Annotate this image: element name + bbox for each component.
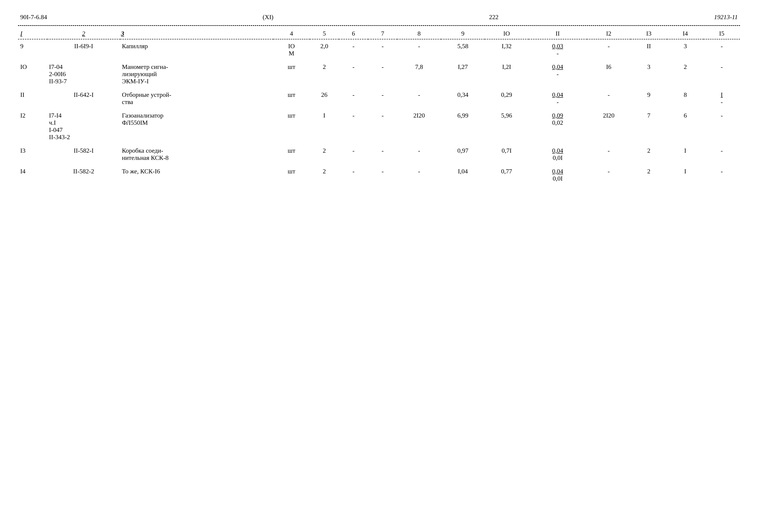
row-11-col8: - (397, 88, 441, 109)
row-13-col14: I (667, 144, 704, 164)
row-14-col14: I (667, 164, 704, 185)
row-13-col13: 2 (631, 144, 667, 164)
row-13-col3: Коробка соеди- нительная КСК-8 (120, 144, 273, 164)
row-12-col1: I2 (18, 109, 47, 144)
row-10-col13: 3 (631, 60, 667, 88)
row-13-col9: 0,97 (441, 144, 485, 164)
row-13-col10: 0,7I (485, 144, 528, 164)
row-11-col15: I - (704, 88, 740, 109)
col-header-15: I5 (704, 28, 740, 39)
row-9-col10: I,32 (485, 39, 528, 60)
row-14-col3: То же, КСК-I6 (120, 164, 273, 185)
row-9-col5: 2,0 (310, 39, 339, 60)
col-header-14: I4 (667, 28, 704, 39)
row-9-col15: - (704, 39, 740, 60)
col-header-8: 8 (397, 28, 441, 39)
top-divider (18, 25, 740, 26)
row-14-col2: II-582-2 (47, 164, 120, 185)
col-header-13: I3 (631, 28, 667, 39)
row-12-col12: 2I20 (587, 109, 631, 144)
row-10-col12: I6 (587, 60, 631, 88)
table-row: II II-642-I Отборные устрой- ства шт 26 … (18, 88, 740, 109)
col-header-4: 4 (273, 28, 310, 39)
row-12-col6: - (339, 109, 368, 144)
doc-code: 90I-7-6.84 (20, 14, 47, 21)
column-headers: I 2 3 4 5 6 7 8 9 IO II I2 I3 I4 I5 (18, 28, 740, 39)
row-9-col7: - (368, 39, 397, 60)
row-14-col6: - (339, 164, 368, 185)
row-11-col12: - (587, 88, 631, 109)
col-header-12: I2 (587, 28, 631, 39)
row-13-col1: I3 (18, 144, 47, 164)
row-12-col5: I (310, 109, 339, 144)
row-9-col6: - (339, 39, 368, 60)
row-10-col11: 0,04 - (529, 60, 587, 88)
table-row: I3 II-582-I Коробка соеди- нительная КСК… (18, 144, 740, 164)
row-14-col4: шт (273, 164, 310, 185)
col-header-11: II (529, 28, 587, 39)
row-14-col10: 0,77 (485, 164, 528, 185)
row-12-col4: шт (273, 109, 310, 144)
row-14-col9: I,04 (441, 164, 485, 185)
table-row: 9 II-6I9-I Капилляр IO М 2,0 - - - 5,58 … (18, 39, 740, 60)
col-header-7: 7 (368, 28, 397, 39)
row-13-col2: II-582-I (47, 144, 120, 164)
row-9-col2: II-6I9-I (47, 39, 120, 60)
table-row: IO I7-04 2-00I6 II-93-7 Манометр сигна- … (18, 60, 740, 88)
row-9-col9: 5,58 (441, 39, 485, 60)
row-14-col5: 2 (310, 164, 339, 185)
row-9-col12: - (587, 39, 631, 60)
row-10-col14: 2 (667, 60, 704, 88)
row-14-col1: I4 (18, 164, 47, 185)
row-14-col8: - (397, 164, 441, 185)
row-10-col3: Манометр сигна- лизирующий ЭКМ-IУ-I (120, 60, 273, 88)
row-11-col14: 8 (667, 88, 704, 109)
row-14-col12: - (587, 164, 631, 185)
row-9-col4: IO М (273, 39, 310, 60)
row-10-col7: - (368, 60, 397, 88)
row-11-col9: 0,34 (441, 88, 485, 109)
col-header-10: IO (485, 28, 528, 39)
doc-number: 19213-11 (714, 14, 738, 21)
row-10-col5: 2 (310, 60, 339, 88)
row-11-col13: 9 (631, 88, 667, 109)
row-14-col15: - (704, 164, 740, 185)
row-9-col1: 9 (18, 39, 47, 60)
row-13-col11: 0,04 0,0I (529, 144, 587, 164)
col-header-3: 3 (120, 28, 273, 39)
row-9-col14: 3 (667, 39, 704, 60)
row-12-col8: 2I20 (397, 109, 441, 144)
row-13-col5: 2 (310, 144, 339, 164)
row-10-col9: I,27 (441, 60, 485, 88)
col-header-2: 2 (47, 28, 120, 39)
row-12-col7: - (368, 109, 397, 144)
row-11-col4: шт (273, 88, 310, 109)
row-13-col12: - (587, 144, 631, 164)
row-13-col7: - (368, 144, 397, 164)
table-row: I2 I7-I4 ч.I I-047 II-343-2 Газоанализат… (18, 109, 740, 144)
row-10-col2: I7-04 2-00I6 II-93-7 (47, 60, 120, 88)
page-number: 222 (489, 14, 499, 21)
row-14-col11: 0,04 0,0I (529, 164, 587, 185)
row-14-col13: 2 (631, 164, 667, 185)
col-header-1: I (18, 28, 47, 39)
row-10-col6: - (339, 60, 368, 88)
col-header-6: 6 (339, 28, 368, 39)
row-11-col3: Отборные устрой- ства (120, 88, 273, 109)
row-13-col6: - (339, 144, 368, 164)
row-9-col8: - (397, 39, 441, 60)
row-10-col15: - (704, 60, 740, 88)
row-10-col1: IO (18, 60, 47, 88)
row-11-col5: 26 (310, 88, 339, 109)
row-11-col2: II-642-I (47, 88, 120, 109)
row-10-col4: шт (273, 60, 310, 88)
row-9-col3: Капилляр (120, 39, 273, 60)
row-12-col3: Газоанализатор ФЛ550IМ (120, 109, 273, 144)
row-12-col9: 6,99 (441, 109, 485, 144)
row-11-col6: - (339, 88, 368, 109)
row-11-col11: 0,04 - (529, 88, 587, 109)
row-12-col11: 0,09 0,02 (529, 109, 587, 144)
row-11-col1: II (18, 88, 47, 109)
row-12-col15: - (704, 109, 740, 144)
row-14-col7: - (368, 164, 397, 185)
